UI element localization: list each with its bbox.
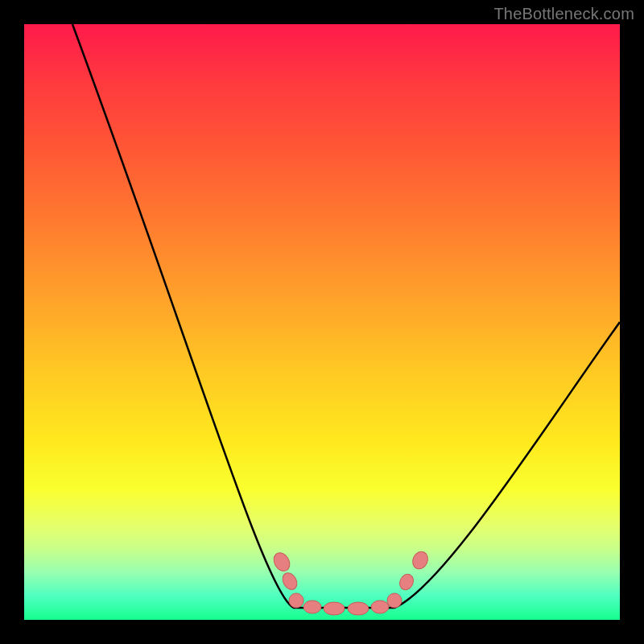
bottleneck-curve-path — [72, 24, 620, 608]
data-marker — [289, 593, 303, 608]
chart-frame: TheBottleneck.com — [0, 0, 644, 644]
data-marker — [270, 550, 293, 574]
plot-area — [24, 24, 620, 620]
bottleneck-curve — [72, 24, 620, 608]
data-marker — [398, 572, 416, 592]
data-marker — [387, 593, 402, 608]
data-marker — [348, 602, 369, 615]
chart-svg — [24, 24, 620, 620]
data-marker — [371, 601, 389, 613]
attribution-label: TheBottleneck.com — [493, 5, 634, 23]
data-marker — [280, 570, 300, 592]
data-marker — [410, 549, 431, 572]
data-marker — [324, 602, 345, 615]
data-marker — [303, 601, 321, 613]
data-markers — [270, 549, 431, 615]
